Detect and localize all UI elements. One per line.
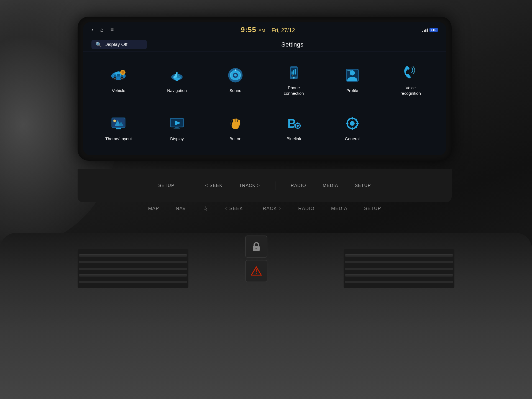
- svg-rect-36: [116, 128, 121, 129]
- lock-button[interactable]: [245, 236, 267, 258]
- settings-grid: Vehicle Navigation: [83, 52, 446, 155]
- vehicle-icon: [109, 66, 128, 85]
- signal-bar-1: [422, 31, 423, 32]
- search-text: Display Off: [104, 42, 127, 47]
- display-icon: [167, 114, 187, 133]
- svg-point-35: [113, 120, 116, 122]
- physical-controls-strip: SETUP < SEEK TRACK > RADIO MEDIA SETUP: [78, 169, 452, 202]
- screen-bezel: ‹ ⌂ ≡ 9:55 AM Fri, 27/12 LTE: [78, 17, 452, 161]
- divider-2: [275, 181, 275, 190]
- media-button[interactable]: MEDIA: [321, 181, 340, 190]
- ampm-display: AM: [259, 28, 265, 33]
- search-icon: 🔍: [96, 42, 102, 48]
- map-button[interactable]: MAP: [148, 206, 159, 211]
- voice-recognition-icon: [401, 63, 420, 82]
- divider: [190, 181, 190, 190]
- svg-rect-24: [295, 69, 296, 74]
- svg-point-5: [114, 78, 116, 80]
- svg-rect-57: [351, 117, 353, 120]
- svg-text:♪: ♪: [292, 74, 293, 76]
- theme-layout-icon: [109, 114, 128, 133]
- svg-rect-60: [356, 123, 359, 124]
- settings-item-theme-layout[interactable]: Theme/Layout: [91, 106, 146, 150]
- phone-connection-icon: ♪: [284, 63, 303, 82]
- vent-slat: [345, 268, 453, 270]
- setup-bottom-button[interactable]: SETUP: [364, 206, 381, 211]
- favorite-button[interactable]: ☆: [203, 205, 208, 212]
- page-title: Settings: [147, 41, 438, 48]
- track-button[interactable]: TRACK >: [238, 181, 261, 190]
- navigation-label: Navigation: [167, 88, 187, 93]
- svg-rect-58: [351, 127, 353, 130]
- home-button[interactable]: ⌂: [100, 27, 104, 33]
- radio-bottom-button[interactable]: RADIO: [298, 206, 314, 211]
- settings-item-bluelink[interactable]: B Bluelink: [267, 106, 321, 150]
- svg-rect-52: [297, 128, 298, 129]
- svg-rect-41: [174, 128, 180, 129]
- vent-slat: [79, 254, 187, 257]
- vent-slat: [79, 274, 187, 277]
- svg-point-56: [350, 121, 355, 126]
- time-date-display: 9:55 AM Fri, 27/12: [241, 25, 295, 34]
- bluelink-icon: B: [284, 114, 303, 133]
- hazard-icon: [251, 265, 262, 277]
- track-bottom-button[interactable]: TRACK >: [260, 206, 282, 211]
- signal-bar-4: [427, 29, 428, 32]
- settings-item-vehicle[interactable]: Vehicle: [91, 57, 146, 101]
- bottom-controls-strip: MAP NAV ☆ < SEEK TRACK > RADIO MEDIA SET…: [78, 205, 452, 212]
- menu-button[interactable]: ≡: [111, 27, 114, 33]
- vent-slat: [345, 274, 453, 277]
- svg-rect-43: [233, 119, 235, 126]
- vent-right: [344, 249, 454, 288]
- profile-icon: [342, 66, 362, 85]
- settings-item-navigation[interactable]: Navigation: [150, 57, 204, 101]
- hazard-button[interactable]: [245, 260, 267, 282]
- status-bar-left: ‹ ⌂ ≡: [91, 27, 114, 33]
- svg-text:B: B: [287, 117, 296, 131]
- setup-button[interactable]: SETUP: [157, 181, 176, 190]
- theme-layout-label: Theme/Layout: [105, 136, 132, 142]
- sound-label: Sound: [229, 88, 241, 93]
- setup-button-2[interactable]: SETUP: [353, 181, 372, 190]
- top-bar: 🔍 Display Off Settings: [83, 37, 446, 52]
- svg-rect-53: [294, 125, 296, 126]
- media-bottom-button[interactable]: MEDIA: [331, 206, 347, 211]
- vent-slat: [345, 281, 453, 283]
- svg-rect-2: [117, 74, 120, 76]
- lock-icon: [251, 241, 262, 252]
- infotainment-screen: ‹ ⌂ ≡ 9:55 AM Fri, 27/12 LTE: [83, 22, 446, 155]
- date-display: Fri, 27/12: [272, 27, 295, 34]
- bluelink-label: Bluelink: [287, 136, 301, 142]
- settings-item-phone-connection[interactable]: ♪ Phoneconnection: [267, 57, 321, 101]
- svg-rect-44: [236, 119, 237, 126]
- vent-slat: [345, 254, 453, 257]
- svg-rect-29: [347, 70, 351, 71]
- settings-item-profile[interactable]: Profile: [325, 57, 379, 101]
- signal-bar-3: [425, 29, 426, 32]
- display-label: Display: [170, 136, 184, 142]
- svg-rect-1: [114, 75, 116, 77]
- svg-rect-23: [293, 70, 294, 75]
- vent-slat: [345, 261, 453, 263]
- status-bar-right: LTE: [422, 28, 438, 32]
- time-display: 9:55: [241, 25, 256, 34]
- signal-bar-2: [424, 30, 425, 32]
- button-label: Button: [229, 136, 241, 142]
- svg-rect-59: [346, 123, 348, 124]
- radio-button[interactable]: RADIO: [289, 181, 308, 190]
- nav-button[interactable]: NAV: [176, 206, 186, 211]
- center-console: [222, 236, 291, 291]
- svg-rect-54: [300, 125, 301, 126]
- settings-item-sound[interactable]: Sound: [208, 57, 263, 101]
- settings-item-display[interactable]: Display: [150, 106, 204, 150]
- settings-item-button[interactable]: Button: [208, 106, 263, 150]
- svg-point-50: [297, 125, 299, 127]
- settings-item-voice-recognition[interactable]: Voicerecognition: [383, 57, 438, 101]
- back-button[interactable]: ‹: [91, 27, 93, 33]
- svg-point-66: [255, 248, 257, 249]
- seek-button[interactable]: < SEEK: [204, 181, 224, 190]
- settings-item-general[interactable]: General: [325, 106, 379, 150]
- search-box[interactable]: 🔍 Display Off: [91, 40, 147, 49]
- svg-point-21: [293, 77, 295, 79]
- seek-bottom-button[interactable]: < SEEK: [225, 206, 243, 211]
